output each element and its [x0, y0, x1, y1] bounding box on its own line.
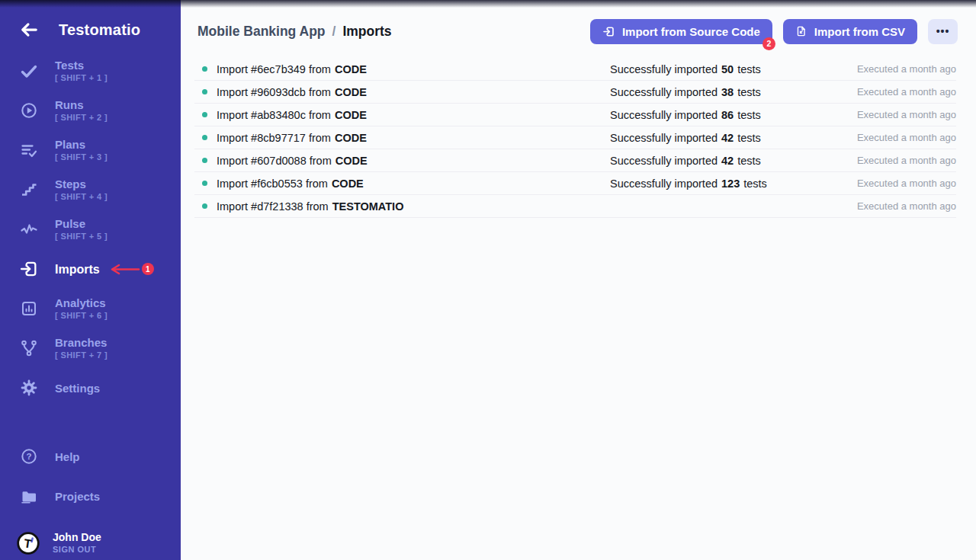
import-title: Import #8cb97717 from — [217, 132, 331, 144]
import-title: Import #f6cb0553 from — [217, 178, 328, 190]
sidebar-item-shortcut: [ SHIFT + 7 ] — [55, 350, 108, 361]
sidebar-item-label: Runs — [55, 98, 108, 112]
breadcrumb-separator: / — [332, 24, 336, 40]
more-options-button[interactable]: ••• — [928, 19, 958, 44]
ellipsis-icon: ••• — [936, 25, 950, 37]
executed-time: Executed a month ago — [857, 63, 956, 75]
sidebar-item-shortcut: [ SHIFT + 5 ] — [55, 231, 108, 242]
import-row[interactable]: Import #d7f21338 from TESTOMATIO Execute… — [194, 195, 956, 218]
list-check-icon — [19, 141, 39, 159]
main-header: Mobile Banking App / Imports Import from… — [181, 0, 976, 44]
import-row[interactable]: Import #6ec7b349 from CODE Successfully … — [194, 58, 956, 81]
annotation-badge: 1 — [142, 263, 154, 275]
import-row[interactable]: Import #f6cb0553 from CODE Successfully … — [194, 172, 956, 195]
sidebar-item-label: Analytics — [55, 296, 108, 310]
sidebar-header: Testomatio — [0, 0, 181, 40]
executed-time: Executed a month ago — [857, 109, 956, 120]
import-status — [610, 200, 618, 213]
sidebar-item-label: Plans — [55, 137, 108, 152]
import-title: Import #607d0088 from — [217, 155, 332, 167]
import-row[interactable]: Import #607d0088 from CODE Successfully … — [194, 149, 956, 172]
svg-text:?: ? — [26, 452, 31, 461]
status-dot — [202, 112, 207, 117]
button-label: Import from Source Code — [622, 25, 760, 38]
sidebar-item-label: Tests — [55, 58, 108, 72]
steps-icon — [19, 181, 39, 199]
imports-annotation: 1 — [108, 263, 154, 275]
breadcrumb-project[interactable]: Mobile Banking App — [197, 24, 326, 40]
sidebar-item-tests[interactable]: Tests [ SHIFT + 1 ] — [0, 56, 181, 85]
status-dot — [202, 135, 207, 140]
sidebar-item-shortcut: [ SHIFT + 1 ] — [55, 72, 108, 84]
import-row[interactable]: Import #8cb97717 from CODE Successfully … — [194, 126, 956, 149]
import-from-csv-button[interactable]: Import from CSV — [783, 19, 917, 44]
import-title: Import #96093dcb from — [217, 86, 331, 98]
import-status: Successfully imported123tests — [610, 178, 767, 190]
imports-list: Import #6ec7b349 from CODE Successfully … — [194, 58, 956, 218]
sidebar-nav: Tests [ SHIFT + 1 ] Runs [ SHIFT + 2 ] — [0, 56, 181, 560]
import-box-icon — [19, 258, 39, 280]
sidebar-item-shortcut: [ SHIFT + 4 ] — [55, 191, 108, 203]
executed-time: Executed a month ago — [857, 86, 956, 98]
status-dot — [202, 181, 207, 186]
status-dot — [202, 66, 207, 72]
sidebar-item-plans[interactable]: Plans [ SHIFT + 3 ] — [0, 136, 181, 165]
import-status: Successfully imported38tests — [610, 86, 761, 98]
breadcrumb: Mobile Banking App / Imports — [197, 24, 392, 40]
help-circle-icon: ? — [19, 447, 39, 466]
app-root: Testomatio Tests [ SHIFT + 1 ] Runs [ SH… — [0, 0, 976, 560]
folder-icon — [19, 487, 39, 505]
user-name: John Doe — [53, 530, 101, 544]
sidebar-item-steps[interactable]: Steps [ SHIFT + 4 ] — [0, 175, 181, 204]
import-title: Import #d7f21338 from — [217, 200, 329, 213]
executed-time: Executed a month ago — [857, 178, 956, 189]
gear-icon — [19, 379, 39, 397]
sidebar-item-shortcut: [ SHIFT + 6 ] — [55, 310, 108, 322]
app-logo[interactable]: Testomatio — [59, 21, 140, 39]
sidebar-item-label: Imports — [55, 262, 100, 277]
bar-chart-icon — [19, 299, 39, 318]
import-status: Successfully imported86tests — [610, 109, 761, 121]
sidebar-item-help[interactable]: ? Help — [0, 442, 181, 471]
executed-time: Executed a month ago — [857, 155, 956, 166]
sidebar-item-analytics[interactable]: Analytics [ SHIFT + 6 ] — [0, 294, 181, 323]
back-button[interactable] — [19, 20, 39, 40]
import-source: TESTOMATIO — [332, 200, 404, 213]
sidebar-item-projects[interactable]: Projects — [0, 482, 181, 510]
sidebar-item-settings[interactable]: Settings — [0, 373, 181, 402]
sidebar-item-shortcut: [ SHIFT + 2 ] — [55, 112, 108, 123]
sidebar-item-branches[interactable]: Branches [ SHIFT + 7 ] — [0, 334, 181, 363]
arrow-left-icon — [19, 20, 39, 40]
check-icon — [19, 62, 39, 80]
sidebar-item-pulse[interactable]: Pulse [ SHIFT + 5 ] — [0, 215, 181, 244]
import-source: CODE — [335, 132, 367, 144]
executed-time: Executed a month ago — [857, 132, 956, 143]
git-branch-icon — [19, 339, 39, 357]
import-source: CODE — [335, 63, 367, 75]
file-import-icon — [795, 25, 807, 37]
import-source: CODE — [335, 86, 367, 98]
sidebar-item-runs[interactable]: Runs [ SHIFT + 2 ] — [0, 96, 181, 125]
avatar[interactable]: T — [16, 531, 40, 555]
import-title: Import #ab83480c from — [217, 109, 331, 121]
import-row[interactable]: Import #96093dcb from CODE Successfully … — [194, 81, 956, 104]
pulse-icon — [19, 220, 39, 238]
sidebar-item-imports[interactable]: Imports 1 — [0, 254, 181, 283]
import-row[interactable]: Import #ab83480c from CODE Successfully … — [194, 104, 956, 126]
sign-out-link[interactable]: SIGN OUT — [53, 544, 101, 555]
status-dot — [202, 89, 207, 94]
import-status: Successfully imported50tests — [610, 63, 761, 75]
breadcrumb-page: Imports — [342, 24, 391, 40]
main-content: Mobile Banking App / Imports Import from… — [181, 0, 976, 560]
sidebar: Testomatio Tests [ SHIFT + 1 ] Runs [ SH… — [0, 0, 181, 560]
user-section: T John Doe SIGN OUT — [16, 530, 181, 560]
sidebar-item-label: Branches — [55, 335, 108, 350]
import-status: Successfully imported42tests — [610, 155, 761, 167]
import-from-source-code-button[interactable]: Import from Source Code 2 — [590, 19, 772, 44]
import-box-icon — [602, 25, 615, 38]
sidebar-item-label: Help — [55, 450, 80, 464]
button-label: Import from CSV — [814, 25, 905, 38]
import-source: CODE — [332, 178, 364, 190]
sidebar-item-shortcut: [ SHIFT + 3 ] — [55, 152, 108, 163]
import-source: CODE — [335, 109, 367, 121]
